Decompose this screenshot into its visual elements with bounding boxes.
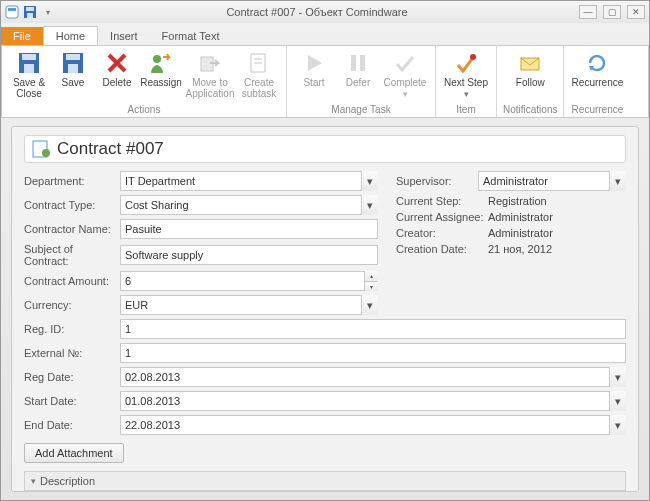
dropdown-icon[interactable]: ▾ xyxy=(609,171,626,191)
dropdown-icon[interactable]: ▾ xyxy=(361,295,378,315)
reassign-icon xyxy=(149,51,173,75)
complete-button[interactable]: Complete ▾ xyxy=(381,48,429,103)
label-creator: Creator: xyxy=(396,227,488,239)
svg-rect-0 xyxy=(6,6,18,18)
label-supervisor: Supervisor: xyxy=(396,175,478,187)
end-date-field[interactable] xyxy=(120,415,626,435)
follow-button[interactable]: Follow xyxy=(504,48,556,91)
creation-date-value: 21 ноя, 2012 xyxy=(488,243,552,255)
create-subtask-icon xyxy=(247,51,271,75)
description-label: Description xyxy=(40,475,95,487)
group-label-notifications: Notifications xyxy=(503,104,557,117)
tab-file[interactable]: File xyxy=(1,27,43,45)
start-button[interactable]: Start xyxy=(293,48,335,91)
delete-button[interactable]: Delete xyxy=(96,48,138,91)
svg-rect-9 xyxy=(66,54,80,60)
reg-date-field[interactable] xyxy=(120,367,626,387)
svg-rect-20 xyxy=(360,55,365,71)
label-current-assignee: Current Assignee: xyxy=(396,211,488,223)
reassign-button[interactable]: Reassign xyxy=(140,48,182,91)
save-icon xyxy=(61,51,85,75)
dropdown-icon[interactable]: ▾ xyxy=(609,391,626,411)
defer-icon xyxy=(346,51,370,75)
app-window: ▾ Contract #007 - Объект Comindware — ▢ … xyxy=(0,0,650,501)
label-start-date: Start Date: xyxy=(24,395,120,407)
chevron-down-icon: ▾ xyxy=(31,476,36,486)
add-attachment-button[interactable]: Add Attachment xyxy=(24,443,124,463)
dropdown-icon[interactable]: ▾ xyxy=(609,367,626,387)
svg-point-13 xyxy=(153,55,161,63)
ribbon: Save & Close Save Delete Reassign Move t… xyxy=(1,45,649,118)
subject-field[interactable] xyxy=(120,245,378,265)
group-label-item: Item xyxy=(456,104,475,117)
spinner[interactable]: ▴▾ xyxy=(364,271,378,291)
follow-icon xyxy=(518,51,542,75)
tab-insert[interactable]: Insert xyxy=(98,27,150,45)
form-col-right: Supervisor:▾ Current Step:Registration C… xyxy=(396,171,626,319)
label-contractor-name: Contractor Name: xyxy=(24,223,120,235)
current-step-value: Registration xyxy=(488,195,547,207)
save-close-icon xyxy=(17,51,41,75)
group-manage-task: Start Defer Complete ▾ Manage Task xyxy=(287,46,436,117)
move-app-icon xyxy=(198,51,222,75)
start-date-field[interactable] xyxy=(120,391,626,411)
save-close-button[interactable]: Save & Close xyxy=(8,48,50,102)
department-field[interactable] xyxy=(120,171,378,191)
external-no-field[interactable] xyxy=(120,343,626,363)
recurrence-button[interactable]: Recurrence xyxy=(570,48,624,91)
label-currency: Currency: xyxy=(24,299,120,311)
tab-format-text[interactable]: Format Text xyxy=(150,27,232,45)
dropdown-icon[interactable]: ▾ xyxy=(609,415,626,435)
next-step-button[interactable]: Next Step ▾ xyxy=(442,48,490,103)
close-button[interactable]: ✕ xyxy=(627,5,645,19)
svg-point-21 xyxy=(470,54,476,60)
chevron-down-icon: ▾ xyxy=(464,89,469,99)
maximize-button[interactable]: ▢ xyxy=(603,5,621,19)
group-label-manage-task: Manage Task xyxy=(331,104,390,117)
move-to-application-button[interactable]: Move to Application xyxy=(184,48,236,102)
svg-rect-4 xyxy=(27,13,33,18)
group-label-actions: Actions xyxy=(128,104,161,117)
contract-type-field[interactable] xyxy=(120,195,378,215)
quick-access-toolbar: ▾ xyxy=(5,5,55,19)
tab-home[interactable]: Home xyxy=(43,26,98,45)
group-label-recurrence: Recurrence xyxy=(572,104,624,117)
start-icon xyxy=(302,51,326,75)
label-end-date: End Date: xyxy=(24,419,120,431)
minimize-button[interactable]: — xyxy=(579,5,597,19)
group-actions: Save & Close Save Delete Reassign Move t… xyxy=(2,46,287,117)
titlebar: ▾ Contract #007 - Объект Comindware — ▢ … xyxy=(1,1,649,23)
label-external-no: External №: xyxy=(24,347,120,359)
svg-rect-10 xyxy=(68,64,78,73)
record-title-input[interactable] xyxy=(57,139,619,159)
contractor-name-field[interactable] xyxy=(120,219,378,239)
defer-button[interactable]: Defer xyxy=(337,48,379,91)
group-recurrence: Recurrence Recurrence xyxy=(564,46,630,117)
label-contract-amount: Contract Amount: xyxy=(24,275,120,287)
group-item: Next Step ▾ Item xyxy=(436,46,497,117)
save-button[interactable]: Save xyxy=(52,48,94,91)
description-body[interactable] xyxy=(24,490,626,492)
window-controls: — ▢ ✕ xyxy=(579,5,645,19)
save-qat-icon[interactable] xyxy=(23,5,37,19)
contract-amount-field[interactable] xyxy=(120,271,378,291)
record-title-row xyxy=(24,135,626,163)
svg-rect-19 xyxy=(351,55,356,71)
dropdown-icon[interactable]: ▾ xyxy=(361,171,378,191)
form-panel: Department:▾ Contract Type:▾ Contractor … xyxy=(11,126,639,492)
label-reg-date: Reg Date: xyxy=(24,371,120,383)
label-current-step: Current Step: xyxy=(396,195,488,207)
currency-field[interactable] xyxy=(120,295,378,315)
complete-icon xyxy=(393,51,417,75)
window-title: Contract #007 - Объект Comindware xyxy=(55,6,579,18)
description-header[interactable]: ▾Description xyxy=(24,471,626,490)
dropdown-icon[interactable]: ▾ xyxy=(361,195,378,215)
supervisor-field[interactable] xyxy=(478,171,626,191)
qat-dropdown-icon[interactable]: ▾ xyxy=(41,5,55,19)
recurrence-icon xyxy=(585,51,609,75)
reg-id-field[interactable] xyxy=(120,319,626,339)
app-icon xyxy=(5,5,19,19)
group-notifications: Follow Notifications xyxy=(497,46,564,117)
svg-rect-6 xyxy=(22,54,36,60)
create-subtask-button[interactable]: Create subtask xyxy=(238,48,280,102)
